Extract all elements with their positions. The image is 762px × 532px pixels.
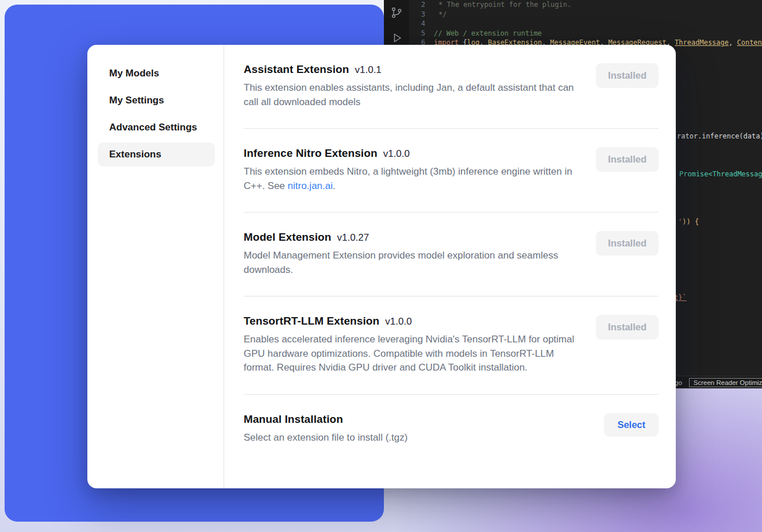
code-line: 4 [409, 19, 762, 29]
extension-description: This extension enables assistants, inclu… [244, 81, 576, 109]
extension-title: Assistant Extension [244, 63, 349, 76]
line-number: 5 [409, 29, 425, 38]
extension-title: Model Extension [244, 231, 331, 244]
installed-button[interactable]: Installed [596, 147, 659, 172]
sidebar-item-advanced-settings[interactable]: Advanced Settings [98, 115, 215, 140]
installed-button[interactable]: Installed [596, 315, 659, 340]
code-line: 3 */ [409, 10, 762, 20]
extension-description: This extension embeds Nitro, a lightweig… [244, 165, 576, 193]
manual-installation-section: Manual Installation Select an extension … [244, 395, 659, 464]
settings-modal: My Models My Settings Advanced Settings … [87, 45, 676, 488]
manual-installation-title: Manual Installation [244, 413, 343, 426]
nitro-jan-ai-link[interactable]: nitro.jan.ai [288, 180, 333, 191]
code-text: */ [434, 10, 447, 20]
code-text: * The entrypoint for the plugin. [434, 0, 571, 10]
extension-description: Model Management Extension provides mode… [244, 249, 576, 277]
extension-title: TensortRT-LLM Extension [244, 315, 379, 327]
code-area: 2 * The entrypoint for the plugin. 3 */ … [409, 0, 762, 48]
extension-title: Inference Nitro Extension [244, 147, 378, 160]
code-line: 5 // Web / extension runtime [409, 29, 762, 38]
extension-section-nitro: Inference Nitro Extension v1.0.0 This ex… [244, 129, 659, 213]
extension-version: v1.0.0 [385, 316, 411, 327]
sidebar-item-my-settings[interactable]: My Settings [98, 88, 215, 113]
extension-version: v1.0.0 [383, 148, 410, 160]
extension-version: v1.0.1 [355, 64, 382, 76]
desktop: { "colors": { "brand_blue": "#4b67ee", "… [0, 0, 762, 532]
code-fragment: ')) { [678, 218, 699, 226]
settings-sidebar: My Models My Settings Advanced Settings … [87, 45, 224, 488]
code-line: 2 * The entrypoint for the plugin. [409, 0, 762, 10]
extensions-panel: Assistant Extension v1.0.1 This extensio… [224, 45, 676, 488]
select-file-button[interactable]: Select [604, 413, 659, 437]
run-and-debug-icon[interactable] [390, 31, 403, 45]
installed-button[interactable]: Installed [596, 231, 659, 256]
installed-button[interactable]: Installed [596, 63, 659, 88]
code-text: // Web / extension runtime [434, 29, 542, 38]
extension-description: Enables accelerated inference leveraging… [244, 333, 576, 375]
extension-version: v1.0.27 [337, 232, 369, 244]
sidebar-item-my-models[interactable]: My Models [98, 61, 215, 86]
code-fragment: rator.inference(data)); [677, 132, 762, 140]
extension-section-tensorrt: TensortRT-LLM Extension v1.0.0 Enables a… [244, 296, 659, 395]
code-fragment: t}` [674, 294, 687, 302]
extension-section-assistant: Assistant Extension v1.0.1 This extensio… [244, 45, 659, 129]
line-number: 2 [409, 0, 425, 10]
line-number: 4 [409, 19, 425, 29]
extension-section-model: Model Extension v1.0.27 Model Management… [244, 213, 659, 296]
sidebar-item-extensions[interactable]: Extensions [98, 142, 215, 167]
source-control-icon[interactable] [390, 6, 403, 20]
line-number: 3 [409, 10, 425, 20]
code-fragment: Promise<ThreadMessage> [679, 170, 762, 178]
manual-installation-description: Select an extension file to install (.tg… [244, 431, 407, 445]
screen-reader-badge[interactable]: Screen Reader Optimize [689, 378, 762, 387]
